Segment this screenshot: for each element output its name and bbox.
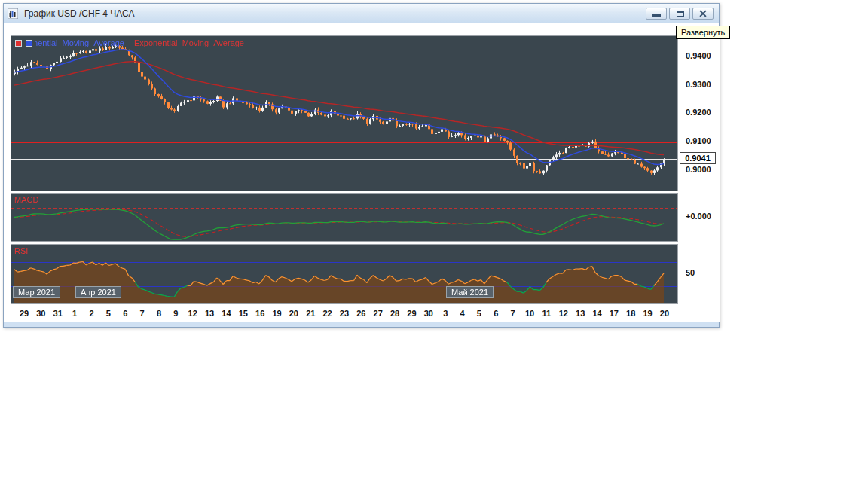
x-axis-label: 14: [222, 309, 231, 318]
macd-label: MACD: [14, 195, 38, 204]
month-marker: Май 2021: [446, 286, 494, 298]
close-icon: [693, 8, 713, 19]
price-axis-label: 0.9300: [686, 80, 711, 89]
x-axis-label: 10: [525, 309, 534, 318]
price-axis[interactable]: 0.9041 0.94000.93000.92000.91000.9000+0.…: [679, 35, 720, 322]
x-axis-label: 12: [559, 309, 568, 318]
x-axis-label: 6: [494, 309, 498, 318]
x-axis-label: 8: [157, 309, 161, 318]
chart-app-icon: [8, 8, 20, 20]
x-axis-label: 15: [239, 309, 248, 318]
x-axis-label: 17: [610, 309, 619, 318]
x-axis-label: 18: [626, 309, 635, 318]
x-axis-label: 4: [460, 309, 465, 318]
x-axis-label: 27: [374, 309, 383, 318]
window-controls: [646, 8, 715, 20]
x-axis-label: 11: [542, 309, 552, 318]
x-axis-label: 9: [173, 309, 178, 318]
x-axis-label: 26: [356, 309, 365, 318]
rsi-axis-label: 50: [686, 268, 695, 277]
x-axis-label: 29: [407, 309, 416, 318]
x-axis-label: 14: [592, 309, 601, 318]
month-marker: Апр 2021: [75, 286, 121, 298]
x-axis-label: 19: [643, 309, 652, 318]
x-axis-label: 31: [53, 309, 63, 318]
x-axis-label: 7: [511, 309, 515, 318]
macd-canvas[interactable]: [11, 194, 677, 241]
macd-axis-label: +0.000: [686, 212, 711, 221]
ema-red-label: Exponential_Moving_Average: [134, 38, 244, 47]
x-axis-label: 22: [322, 309, 332, 318]
titlebar[interactable]: График USD /CHF 4 ЧАСА: [4, 4, 719, 23]
chart-window: График USD /CHF 4 ЧАСА Exponential_Movin…: [3, 3, 720, 328]
price-axis-label: 0.9200: [686, 108, 711, 117]
x-axis-label: 23: [340, 309, 349, 318]
x-axis-label: 1: [72, 309, 77, 318]
x-axis-label: 30: [36, 309, 45, 318]
close-button[interactable]: [692, 8, 714, 20]
x-axis-label: 5: [106, 309, 111, 318]
month-marker: Мар 2021: [13, 286, 60, 298]
price-axis-label: 0.9100: [686, 136, 711, 145]
x-axis-label: 20: [660, 309, 669, 318]
minimize-icon: [652, 14, 661, 17]
price-axis-label: 0.9000: [686, 165, 711, 174]
x-axis-label: 5: [477, 309, 481, 318]
x-axis-label: 7: [140, 309, 145, 318]
x-axis-label: 12: [188, 309, 197, 318]
month-markers: Мар 2021Апр 2021Май 2021: [11, 245, 677, 303]
maximize-icon: [677, 11, 684, 17]
x-axis-label: 28: [390, 309, 399, 318]
time-axis[interactable]: 2930311256789121314151619202122232627282…: [11, 307, 678, 322]
maximize-button[interactable]: [669, 8, 690, 20]
x-axis-label: 21: [306, 309, 315, 318]
window-title: График USD /CHF 4 ЧАСА: [24, 8, 134, 19]
x-axis-label: 30: [424, 309, 433, 318]
x-axis-label: 2: [89, 309, 93, 318]
red-legend-chip-icon: [15, 40, 22, 47]
x-axis-label: 13: [576, 309, 585, 318]
x-axis-label: 3: [443, 309, 448, 318]
window-bottom-frame: [4, 322, 719, 327]
blue-legend-chip-icon: [26, 40, 32, 47]
price-panel: Exponential_Moving_Average Exponential_M…: [11, 35, 678, 191]
rsi-panel: RSI Мар 2021Апр 2021Май 2021: [11, 244, 678, 304]
legend-color-chips: [13, 38, 35, 48]
indicator-legend: Exponential_Moving_Average Exponential_M…: [14, 38, 244, 47]
x-axis-label: 16: [255, 309, 264, 318]
macd-panel: MACD: [11, 193, 678, 242]
price-axis-label: 0.9400: [686, 51, 711, 60]
x-axis-label: 20: [289, 309, 298, 318]
price-chart-canvas[interactable]: [11, 36, 677, 191]
current-price-box: 0.9041: [680, 152, 716, 164]
x-axis-label: 6: [123, 309, 127, 318]
maximize-tooltip: Развернуть: [676, 26, 730, 39]
x-axis-label: 29: [20, 309, 29, 318]
minimize-button[interactable]: [646, 8, 667, 20]
x-axis-label: 13: [205, 309, 214, 318]
x-axis-label: 19: [272, 309, 281, 318]
